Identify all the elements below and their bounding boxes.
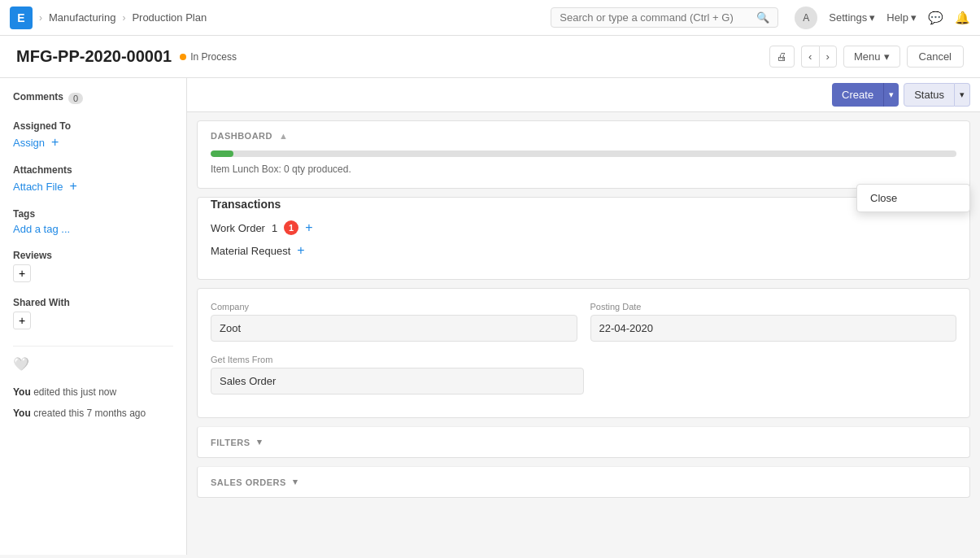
menu-caret-icon: ▾ [884,50,890,63]
next-button[interactable]: › [819,46,837,68]
sidebar: Comments 0 Assigned To Assign + Attachme… [0,78,187,555]
comments-count: 0 [68,93,83,104]
page-title: MFG-PP-2020-00001 [16,47,172,66]
work-order-add-icon[interactable]: + [305,220,312,235]
transactions-card: Transactions Work Order 1 1 + Material R… [197,197,970,280]
add-tag-link[interactable]: Add a tag ... [13,223,70,235]
work-order-label: Work Order [211,222,265,234]
create-caret-button[interactable]: ▾ [883,83,899,107]
material-request-label: Material Request [211,245,290,257]
filters-card: FILTERS ▾ [197,426,970,458]
progress-bar-wrap [211,150,956,157]
work-order-count: 1 [272,222,277,234]
nav-right: A Settings ▾ Help ▾ 💬 🔔 [795,7,970,29]
form-card: Company Zoot Posting Date 22-04-2020 Get… [197,288,970,418]
breadcrumb-chevron-1: › [39,12,42,24]
dashboard-label: DASHBOARD [211,131,272,141]
sidebar-comments: Comments 0 [13,91,173,106]
search-input[interactable] [560,11,751,24]
create-caret-icon: ▾ [889,89,894,99]
filters-chevron-icon: ▾ [257,437,263,447]
toolbar: Create ▾ Status ▾ Close [187,78,980,112]
heart-icon[interactable]: 🤍 [13,356,173,372]
material-request-row: Material Request + [211,243,956,258]
settings-caret-icon: ▾ [869,11,875,24]
sidebar-assigned-to: Assigned To Assign + [13,120,173,150]
print-button[interactable]: 🖨 [769,46,795,68]
work-order-badge: 1 [284,220,298,235]
dashboard-info: Item Lunch Box: 0 qty produced. [211,163,956,175]
page-header: MFG-PP-2020-00001 In Process 🖨 ‹ › Menu … [0,36,980,78]
menu-button[interactable]: Menu ▾ [843,46,900,68]
top-nav: E › Manufacturing › Production Plan 🔍 A … [0,0,980,36]
posting-date-label: Posting Date [590,302,957,312]
filters-header[interactable]: FILTERS ▾ [198,427,969,457]
dashboard-body: Item Lunch Box: 0 qty produced. [198,150,969,188]
dropdown-item-close[interactable]: Close [857,185,969,211]
status-badge: In Process [180,51,237,63]
help-caret-icon: ▾ [911,11,917,24]
content-area: Create ▾ Status ▾ Close DASHBOARD ▲ [187,78,980,555]
prev-button[interactable]: ‹ [801,46,818,68]
cancel-button[interactable]: Cancel [907,46,964,68]
reviews-label: Reviews [13,250,173,261]
sidebar-footer: 🤍 You edited this just now You created t… [13,346,173,421]
comments-label: Comments [13,91,63,102]
chat-icon[interactable]: 💬 [928,11,943,25]
form-grid: Company Zoot Posting Date 22-04-2020 [211,302,956,342]
nav-buttons: ‹ › [801,46,837,68]
help-button[interactable]: Help ▾ [886,11,917,24]
search-icon: 🔍 [756,11,769,24]
sales-orders-header[interactable]: SALES ORDERS ▾ [198,467,969,497]
sidebar-reviews: Reviews + [13,250,173,282]
attachments-label: Attachments [13,164,173,176]
attach-file-link[interactable]: Attach File [13,181,63,193]
company-field: Company Zoot [211,302,577,342]
status-caret-button[interactable]: ▾ [955,83,970,107]
activity-2: You created this 7 months ago [13,406,173,421]
sales-orders-card: SALES ORDERS ▾ [197,466,970,498]
app-logo[interactable]: E [10,7,33,29]
page-actions: 🖨 ‹ › Menu ▾ Cancel [769,46,964,68]
assign-link[interactable]: Assign [13,137,45,149]
breadcrumb-chevron-2: › [122,12,125,24]
search-bar[interactable]: 🔍 [551,7,778,28]
sales-orders-label: SALES ORDERS [211,477,286,487]
company-label: Company [211,302,577,312]
activity-1: You edited this just now [13,385,173,399]
assigned-to-label: Assigned To [13,120,173,132]
form-section: Company Zoot Posting Date 22-04-2020 Get… [198,289,969,417]
assign-add-icon[interactable]: + [51,135,59,150]
progress-bar-fill [211,150,233,157]
posting-date-field: Posting Date 22-04-2020 [590,302,957,342]
dashboard-section-header[interactable]: DASHBOARD ▲ [198,121,969,150]
shared-with-label: Shared With [13,297,173,308]
status-dot [180,54,186,60]
shared-with-add-button[interactable]: + [13,312,31,329]
bell-icon[interactable]: 🔔 [955,11,970,25]
get-items-from-label: Get Items From [211,355,956,364]
avatar[interactable]: A [795,7,817,29]
breadcrumb-production-plan[interactable]: Production Plan [132,11,207,24]
status-label: In Process [190,51,237,63]
status-button[interactable]: Status [904,83,955,107]
get-items-from-value[interactable]: Sales Order [211,368,584,395]
create-button[interactable]: Create [832,83,883,107]
transactions-section: Transactions Work Order 1 1 + Material R… [198,198,969,279]
work-order-row: Work Order 1 1 + [211,220,956,235]
company-value[interactable]: Zoot [211,315,577,342]
posting-date-value[interactable]: 22-04-2020 [590,315,957,342]
dashboard-chevron-icon: ▲ [279,131,288,141]
get-items-from-field: Get Items From Sales Order [211,355,956,395]
sidebar-shared-with: Shared With + [13,297,173,329]
breadcrumb-manufacturing[interactable]: Manufacturing [49,11,115,24]
filters-label: FILTERS [211,438,250,447]
material-request-add-icon[interactable]: + [297,243,304,258]
page-title-row: MFG-PP-2020-00001 In Process [16,47,237,66]
settings-button[interactable]: Settings ▾ [829,11,875,24]
attach-add-icon[interactable]: + [69,179,76,194]
sidebar-tags: Tags Add a tag ... [13,208,173,235]
reviews-add-button[interactable]: + [13,264,31,282]
sales-orders-chevron-icon: ▾ [293,477,298,487]
status-caret-icon: ▾ [960,89,965,99]
